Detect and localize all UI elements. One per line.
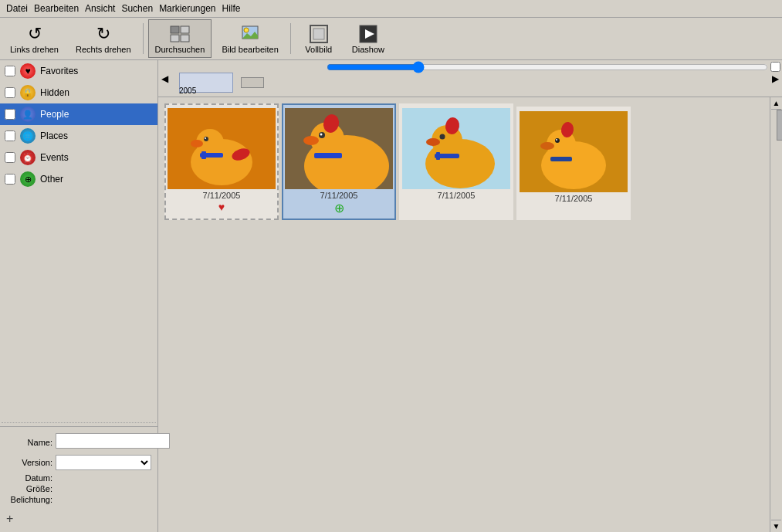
- timeline-bar-2[interactable]: [241, 77, 264, 88]
- version-label: Version:: [6, 458, 52, 467]
- lock-icon: 🔒: [20, 85, 36, 100]
- svg-point-43: [556, 139, 557, 141]
- people-label: People: [40, 109, 69, 120]
- svg-point-15: [204, 137, 208, 141]
- svg-rect-8: [313, 29, 324, 39]
- right-panel: ◀ 2005 ▶: [158, 60, 782, 532]
- sidebar-info-panel: Name: Version: Datum: Größe: Belichtung:: [0, 426, 157, 509]
- toolbar-separator-2: [290, 23, 291, 54]
- svg-point-16: [205, 137, 206, 139]
- scroll-down-button[interactable]: ▼: [771, 520, 782, 532]
- places-checkbox[interactable]: [5, 130, 15, 141]
- events-label: Events: [40, 152, 69, 163]
- svg-rect-1: [181, 26, 189, 33]
- name-label: Name:: [6, 438, 52, 447]
- sidebar-item-people[interactable]: 👤 People: [0, 103, 157, 125]
- sidebar-add-section: +: [0, 509, 157, 532]
- hidden-label: Hidden: [40, 87, 69, 98]
- other-label: Other: [40, 174, 63, 185]
- version-select[interactable]: [56, 455, 151, 470]
- scroll-up-button[interactable]: ▲: [771, 97, 782, 110]
- people-checkbox[interactable]: [5, 109, 15, 120]
- timeline: ◀ 2005 ▶: [158, 60, 782, 97]
- sidebar-item-events[interactable]: ⏰ Events: [0, 147, 157, 168]
- toolbar-separator-1: [143, 23, 144, 54]
- name-field-row: Name:: [6, 433, 151, 452]
- bild-bearbeiten-button[interactable]: Bild bearbeiten: [215, 19, 285, 58]
- photo-date-3: 7/11/2005: [438, 191, 476, 200]
- menu-markierungen[interactable]: Markierungen: [156, 2, 218, 15]
- svg-point-5: [244, 28, 249, 32]
- sidebar-item-favorites[interactable]: ♥ Favorites: [0, 60, 157, 82]
- svg-point-41: [540, 142, 554, 150]
- photo-badge-1: ♥: [218, 201, 225, 213]
- groesse-row: Größe:: [6, 484, 151, 493]
- durchsuchen-button[interactable]: Durchsuchen: [148, 19, 212, 58]
- rechts-drehen-button[interactable]: ↻ Rechts drehen: [69, 19, 138, 58]
- version-field-row: Version:: [6, 455, 151, 470]
- places-icon: 🌐: [20, 128, 36, 144]
- other-checkbox[interactable]: [5, 174, 15, 185]
- groesse-label: Größe:: [6, 484, 52, 493]
- photo-date-2: 7/11/2005: [320, 191, 358, 200]
- photo-item-4[interactable]: 7/11/2005: [516, 107, 631, 220]
- diashow-button[interactable]: Diashow: [345, 19, 391, 58]
- timeline-track: 2005: [171, 62, 769, 96]
- events-checkbox[interactable]: [5, 152, 15, 163]
- photo-thumb-1: [168, 108, 276, 189]
- photo-item-2[interactable]: 7/11/2005 ⊕: [282, 103, 396, 220]
- menu-suchen[interactable]: Suchen: [118, 2, 156, 15]
- svg-rect-44: [550, 157, 572, 161]
- menu-hilfe[interactable]: Hilfe: [219, 2, 244, 15]
- sidebar-item-places[interactable]: 🌐 Places: [0, 125, 157, 147]
- svg-rect-2: [171, 35, 179, 42]
- timeline-scroll-left[interactable]: ◀: [158, 73, 171, 84]
- timeline-checkbox[interactable]: [770, 62, 780, 72]
- svg-point-33: [426, 138, 440, 146]
- photo-badge-2: ⊕: [334, 201, 344, 215]
- favorites-label: Favorites: [40, 66, 78, 76]
- menu-datei[interactable]: Datei: [3, 2, 31, 15]
- timeline-scroll-right[interactable]: ▶: [769, 73, 782, 84]
- menu-bearbeiten[interactable]: Bearbeiten: [31, 2, 82, 15]
- sidebar: ♥ Favorites 🔒 Hidden 👤 People 🌐 Places: [0, 60, 158, 532]
- heart-icon: ♥: [20, 63, 36, 79]
- photo-item-1[interactable]: 7/11/2005 ♥: [164, 103, 279, 220]
- scroll-thumb[interactable]: [777, 110, 783, 141]
- menubar: Datei Bearbeiten Ansicht Suchen Markieru…: [0, 0, 782, 18]
- links-drehen-button[interactable]: ↺ Links drehen: [3, 19, 66, 58]
- toolbar: ↺ Links drehen ↻ Rechts drehen Durchsuch…: [0, 18, 782, 60]
- menu-ansicht[interactable]: Ansicht: [82, 2, 118, 15]
- photo-item-3[interactable]: 7/11/2005: [399, 103, 513, 220]
- photo-grid: 7/11/2005 ♥: [158, 97, 770, 532]
- svg-point-26: [320, 134, 323, 136]
- events-icon: ⏰: [20, 150, 36, 165]
- vollbild-button[interactable]: Vollbild: [296, 19, 342, 58]
- sidebar-separator: [2, 422, 156, 423]
- people-icon: 👤: [20, 107, 36, 122]
- favorites-checkbox[interactable]: [5, 66, 15, 76]
- photo-thumb-2: [285, 108, 393, 189]
- photo-thumb-4: [520, 111, 628, 192]
- photo-thumb-3: [402, 108, 510, 189]
- svg-rect-28: [314, 153, 342, 158]
- places-label: Places: [40, 130, 68, 141]
- svg-point-24: [303, 136, 319, 145]
- belichtung-row: Belichtung:: [6, 495, 151, 504]
- sidebar-item-other[interactable]: ⊕ Other: [0, 168, 157, 190]
- svg-point-14: [191, 140, 203, 147]
- svg-rect-19: [201, 151, 206, 159]
- sidebar-item-hidden[interactable]: 🔒 Hidden: [0, 82, 157, 103]
- add-tag-button[interactable]: +: [6, 512, 13, 525]
- photo-area: 7/11/2005 ♥: [158, 97, 782, 532]
- belichtung-label: Belichtung:: [6, 495, 52, 504]
- name-input[interactable]: [56, 433, 170, 449]
- main-layout: ♥ Favorites 🔒 Hidden 👤 People 🌐 Places: [0, 60, 782, 532]
- svg-point-42: [555, 138, 560, 143]
- datum-row: Datum:: [6, 473, 151, 483]
- sidebar-list: ♥ Favorites 🔒 Hidden 👤 People 🌐 Places: [0, 60, 157, 419]
- svg-rect-0: [171, 26, 179, 33]
- photo-date-4: 7/11/2005: [555, 194, 593, 203]
- svg-rect-3: [181, 35, 189, 42]
- hidden-checkbox[interactable]: [5, 87, 15, 98]
